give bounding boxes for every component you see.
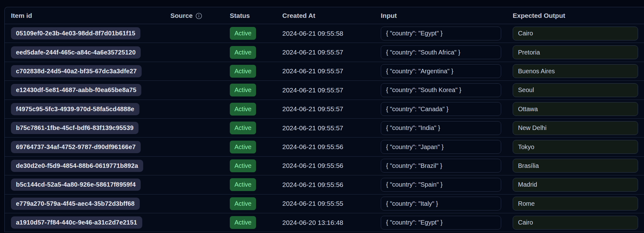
item-id-cell: e12430df-5e81-4687-aabb-f0ea65be8a75: [5, 84, 164, 96]
expected-output-value-box: Buenos Aires: [513, 64, 638, 78]
item-id-cell: 69764737-34af-4752-9787-d90df96166e7: [5, 141, 164, 153]
expected-output-cell: Madrid: [506, 178, 644, 192]
created-at-cell: 2024-06-21 09:55:57: [276, 105, 375, 113]
item-id-pill[interactable]: a1910d57-7f84-440c-9e46-a31c2d7e2151: [11, 216, 142, 229]
status-badge: Active: [230, 122, 256, 134]
table-row[interactable]: de30d2e0-f5d9-4854-88b6-0619771b892a Act…: [5, 157, 644, 175]
status-badge: Active: [230, 65, 256, 78]
item-id-pill[interactable]: e779a270-579a-4f45-aec4-35b72d3bff68: [11, 198, 140, 210]
table-row[interactable]: 05109ef0-2e3b-4e03-98dd-8f7d01b61f15 Act…: [5, 24, 644, 43]
column-header-status-label: Status: [230, 12, 250, 19]
created-at-cell: 2024-06-21 09:55:58: [276, 30, 375, 37]
column-header-status: Status: [224, 12, 276, 19]
item-id-pill[interactable]: eed5dafe-244f-465c-a84c-4a6e35725120: [11, 46, 141, 59]
expected-output-value-box: Madrid: [513, 178, 638, 192]
status-cell: Active: [224, 141, 276, 153]
input-value-box: { "country": "Egypt" }: [381, 27, 501, 40]
table-header-row: Item id Source Status Created At Input E…: [5, 7, 644, 24]
expected-output-value-box: Tokyo: [513, 140, 638, 154]
table-row[interactable]: 69764737-34af-4752-9787-d90df96166e7 Act…: [5, 137, 644, 156]
expected-output-cell: Seoul: [506, 83, 644, 97]
table-row[interactable]: e12430df-5e81-4687-aabb-f0ea65be8a75 Act…: [5, 81, 644, 100]
expected-output-cell: Pretoria: [506, 45, 644, 59]
item-id-cell: 05109ef0-2e3b-4e03-98dd-8f7d01b61f15: [5, 27, 164, 39]
input-value-box: { "country": "South Africa" }: [381, 45, 501, 59]
info-icon[interactable]: [195, 13, 202, 19]
table-row[interactable]: b75c7861-1fbe-45cf-bdf6-83f139c95539 Act…: [5, 119, 644, 137]
table-row[interactable]: b5c144cd-52a5-4a80-926e-58617f8959f4 Act…: [5, 175, 644, 194]
expected-output-value-box: Rome: [513, 197, 638, 210]
column-header-created-at-label: Created At: [282, 12, 315, 19]
status-cell: Active: [224, 216, 276, 229]
created-at-cell: 2024-06-21 09:55:57: [276, 124, 375, 132]
status-cell: Active: [224, 178, 276, 191]
input-value-box: { "country": "South Korea" }: [381, 83, 501, 97]
expected-output-cell: Brasília: [506, 159, 644, 173]
item-id-cell: eed5dafe-244f-465c-a84c-4a6e35725120: [5, 46, 164, 59]
created-at-cell: 2024-06-21 09:55:57: [276, 49, 375, 56]
column-header-input-label: Input: [381, 12, 397, 19]
expected-output-cell: New Delhi: [506, 121, 644, 135]
table-row[interactable]: f4975c95-5fc3-4939-970d-58fa5cd4888e Act…: [5, 100, 644, 119]
created-at-cell: 2024-06-21 09:55:57: [276, 67, 375, 75]
input-cell: { "country": "South Africa" }: [375, 45, 506, 59]
input-cell: { "country": "Canada" }: [375, 102, 506, 116]
column-header-expected-output: Expected Output: [506, 12, 644, 19]
expected-output-cell: Tokyo: [506, 140, 644, 154]
expected-output-cell: Rome: [506, 197, 644, 210]
expected-output-value-box: Pretoria: [513, 45, 638, 59]
status-cell: Active: [224, 27, 276, 40]
created-at-cell: 2024-06-21 09:55:57: [276, 86, 375, 94]
input-value-box: { "country": "India" }: [381, 121, 501, 135]
created-at-cell: 2024-06-21 09:55:56: [276, 162, 375, 169]
status-badge: Active: [230, 216, 256, 229]
expected-output-value-box: Ottawa: [513, 102, 638, 116]
status-cell: Active: [224, 122, 276, 134]
input-cell: { "country": "Egypt" }: [375, 27, 506, 40]
item-id-pill[interactable]: e12430df-5e81-4687-aabb-f0ea65be8a75: [11, 84, 141, 96]
input-value-box: { "country": "Argentina" }: [381, 64, 501, 78]
item-id-pill[interactable]: de30d2e0-f5d9-4854-88b6-0619771b892a: [11, 160, 143, 172]
expected-output-cell: Buenos Aires: [506, 64, 644, 78]
item-id-cell: a1910d57-7f84-440c-9e46-a31c2d7e2151: [5, 216, 164, 229]
status-badge: Active: [230, 84, 256, 96]
item-id-cell: b75c7861-1fbe-45cf-bdf6-83f139c95539: [5, 122, 164, 134]
item-id-pill[interactable]: c702838d-24d5-40a2-bf35-67dc3a3dfe27: [11, 65, 142, 77]
created-at-cell: 2024-06-21 09:55:55: [276, 200, 375, 207]
table-row[interactable]: c702838d-24d5-40a2-bf35-67dc3a3dfe27 Act…: [5, 62, 644, 81]
expected-output-value-box: New Delhi: [513, 121, 638, 135]
input-cell: { "country": "Japan" }: [375, 140, 506, 154]
item-id-pill[interactable]: f4975c95-5fc3-4939-970d-58fa5cd4888e: [11, 103, 139, 115]
column-header-item-id-label: Item id: [11, 12, 32, 19]
status-cell: Active: [224, 159, 276, 172]
table-row[interactable]: e779a270-579a-4f45-aec4-35b72d3bff68 Act…: [5, 194, 644, 213]
status-cell: Active: [224, 103, 276, 116]
status-cell: Active: [224, 197, 276, 210]
column-header-input: Input: [375, 12, 506, 19]
table-row[interactable]: a1910d57-7f84-440c-9e46-a31c2d7e2151 Act…: [5, 213, 644, 232]
expected-output-value-box: Seoul: [513, 83, 638, 97]
column-header-created-at: Created At: [276, 12, 375, 19]
input-cell: { "country": "Spain" }: [375, 178, 506, 192]
status-badge: Active: [230, 46, 256, 59]
status-badge: Active: [230, 178, 256, 191]
item-id-cell: e779a270-579a-4f45-aec4-35b72d3bff68: [5, 198, 164, 210]
created-at-cell: 2024-06-20 13:16:48: [276, 219, 375, 226]
input-cell: { "country": "Argentina" }: [375, 64, 506, 78]
table-row[interactable]: eed5dafe-244f-465c-a84c-4a6e35725120 Act…: [5, 43, 644, 62]
created-at-cell: 2024-06-21 09:55:56: [276, 181, 375, 189]
column-header-expected-output-label: Expected Output: [513, 12, 565, 19]
dataset-items-table: Item id Source Status Created At Input E…: [4, 7, 644, 232]
expected-output-value-box: Brasília: [513, 159, 638, 173]
status-cell: Active: [224, 46, 276, 59]
status-cell: Active: [224, 65, 276, 78]
item-id-cell: de30d2e0-f5d9-4854-88b6-0619771b892a: [5, 160, 164, 172]
input-value-box: { "country": "Italy" }: [381, 197, 501, 210]
created-at-cell: 2024-06-21 09:55:56: [276, 143, 375, 151]
item-id-pill[interactable]: b75c7861-1fbe-45cf-bdf6-83f139c95539: [11, 122, 138, 134]
item-id-pill[interactable]: 05109ef0-2e3b-4e03-98dd-8f7d01b61f15: [11, 27, 140, 39]
status-badge: Active: [230, 27, 256, 40]
expected-output-cell: Cairo: [506, 216, 644, 230]
item-id-pill[interactable]: 69764737-34af-4752-9787-d90df96166e7: [11, 141, 141, 153]
item-id-pill[interactable]: b5c144cd-52a5-4a80-926e-58617f8959f4: [11, 179, 141, 191]
